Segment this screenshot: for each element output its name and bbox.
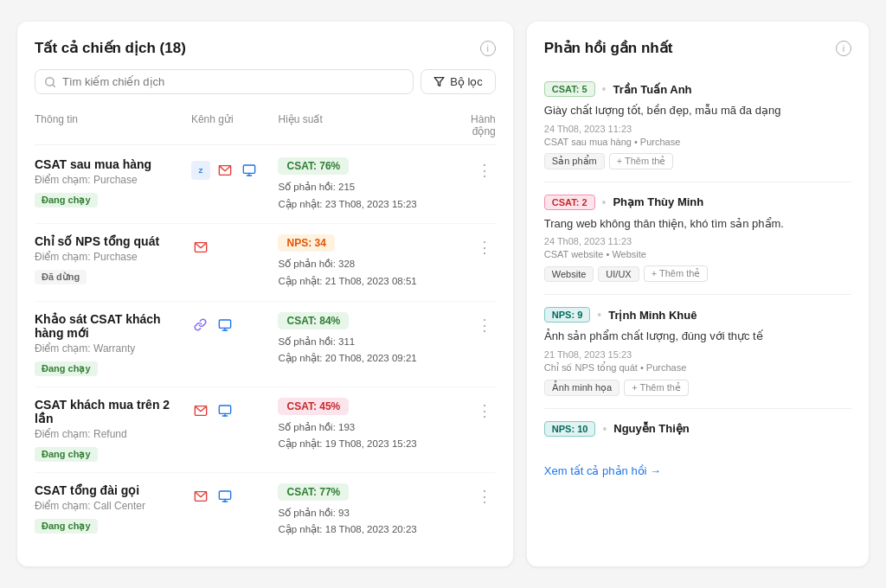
table-row: CSAT tổng đài gọi Điểm chạm: Call Center… xyxy=(35,473,496,549)
svg-rect-12 xyxy=(219,406,230,413)
sms-icon xyxy=(215,401,234,420)
campaign-touchpoint: Điểm chạm: Refund xyxy=(35,428,191,440)
action-col: ⋮ xyxy=(453,483,496,508)
search-box xyxy=(35,69,414,94)
perf-updated: Cập nhật: 18 Th08, 2023 20:23 xyxy=(278,521,452,539)
tag: UI/UX xyxy=(598,266,639,282)
channel-icons xyxy=(191,398,279,420)
score-badge: CSAT: 2 xyxy=(544,195,595,210)
tag: Sản phẩm xyxy=(544,153,605,169)
performance-col: NPS: 34 Số phản hồi: 328 Cập nhật: 21 Th… xyxy=(278,234,452,290)
score-badge: NPS: 9 xyxy=(544,307,590,323)
channel-icons xyxy=(191,483,279,506)
campaigns-panel: Tất cả chiến dịch (18) i Bộ lọc Thông ti… xyxy=(17,22,513,566)
feedback-time: 21 Th08, 2023 15:23 xyxy=(544,349,851,360)
feedback-user: Phạm Thùy Minh xyxy=(613,195,703,208)
add-tag-button[interactable]: + Thêm thẻ xyxy=(624,380,689,396)
feedback-source: CSAT sau mua hàng • Purchase xyxy=(544,137,851,147)
campaign-touchpoint: Điểm chạm: Purchase xyxy=(35,251,191,263)
perf-responses: Số phản hồi: 193 xyxy=(278,419,452,437)
more-actions-button[interactable]: ⋮ xyxy=(473,159,496,182)
channel-icons xyxy=(191,312,279,335)
feedback-header: NPS: 9 • Trịnh Minh Khuê xyxy=(544,307,851,323)
feedback-item: NPS: 9 • Trịnh Minh Khuê Ảnh sản phẩm ch… xyxy=(544,295,851,409)
perf-updated: Cập nhật: 20 Th08, 2023 09:21 xyxy=(278,350,452,368)
feedback-source: CSAT website • Website xyxy=(544,249,851,259)
campaign-info: CSAT sau mua hàng Điểm chạm: Purchase Đa… xyxy=(35,157,191,208)
svg-rect-8 xyxy=(219,320,230,328)
campaign-name: CSAT sau mua hàng xyxy=(35,157,191,171)
campaign-name: Chỉ số NPS tổng quát xyxy=(35,234,191,248)
email-icon xyxy=(191,401,210,420)
feedback-list: CSAT: 5 • Trần Tuấn Anh Giày chất lượng … xyxy=(544,69,851,454)
svg-rect-4 xyxy=(243,165,254,173)
feedback-time: 24 Th08, 2023 11:23 xyxy=(544,236,851,246)
perf-responses: Số phản hồi: 93 xyxy=(278,505,452,522)
campaign-touchpoint: Điểm chạm: Warranty xyxy=(35,342,191,355)
feedback-header: CSAT: 2 • Phạm Thùy Minh xyxy=(544,195,851,210)
perf-badge: CSAT: 76% xyxy=(278,157,349,175)
campaign-name: CSAT tổng đài gọi xyxy=(35,483,191,497)
add-tag-button[interactable]: + Thêm thẻ xyxy=(644,265,709,282)
filter-button[interactable]: Bộ lọc xyxy=(421,69,496,94)
tag-row: WebsiteUI/UX+ Thêm thẻ xyxy=(544,265,851,282)
status-badge: Đang chạy xyxy=(35,193,98,208)
table-row: CSAT sau mua hàng Điểm chạm: Purchase Đa… xyxy=(35,147,496,224)
feedback-text: Giày chất lượng tốt, bền đẹp, mẫu mã đa … xyxy=(544,102,851,119)
feedback-item-partial: NPS: 10 • Nguyễn Thiện xyxy=(544,409,851,454)
col-perf: Hiệu suất xyxy=(278,113,452,137)
filter-icon xyxy=(433,76,445,87)
feedback-item: CSAT: 5 • Trần Tuấn Anh Giày chất lượng … xyxy=(544,69,851,182)
campaign-info: Chỉ số NPS tổng quát Điểm chạm: Purchase… xyxy=(35,234,191,284)
table-row: CSAT khách mua trên 2 lần Điểm chạm: Ref… xyxy=(35,387,496,473)
feedback-header: NPS: 10 • Nguyễn Thiện xyxy=(544,421,851,437)
perf-updated: Cập nhật: 21 Th08, 2023 08:51 xyxy=(278,273,452,291)
sms-icon xyxy=(240,161,259,180)
right-panel-header: Phản hồi gần nhất i xyxy=(544,39,851,57)
feedback-text: Trang web không thân thiện, khó tìm sản … xyxy=(544,215,851,233)
score-badge: CSAT: 5 xyxy=(544,81,595,97)
feedback-header: CSAT: 5 • Trần Tuấn Anh xyxy=(544,81,851,97)
campaign-touchpoint: Điểm chạm: Purchase xyxy=(35,174,191,186)
col-channel: Kênh gửi xyxy=(191,113,279,137)
campaign-info: CSAT tổng đài gọi Điểm chạm: Call Center… xyxy=(35,483,191,534)
perf-responses: Số phản hồi: 215 xyxy=(278,179,452,196)
status-badge: Đang chạy xyxy=(35,519,98,534)
feedback-user: Trần Tuấn Anh xyxy=(613,83,691,96)
search-filter-row: Bộ lọc xyxy=(35,69,496,94)
campaign-touchpoint: Điểm chạm: Call Center xyxy=(35,500,191,512)
feedback-source: Chỉ số NPS tổng quát • Purchase xyxy=(544,362,851,374)
channel-icons: Z xyxy=(191,157,279,180)
see-all-link[interactable]: Xem tất cả phản hồi → xyxy=(544,464,661,477)
zalo-icon: Z xyxy=(191,161,210,180)
status-badge: Đang chạy xyxy=(35,361,98,376)
table-header: Thông tin Kênh gửi Hiệu suất Hành động xyxy=(35,108,496,145)
performance-col: CSAT: 77% Số phản hồi: 93 Cập nhật: 18 T… xyxy=(278,483,452,539)
tag: Ảnh minh họa xyxy=(544,380,620,396)
add-tag-button[interactable]: + Thêm thẻ xyxy=(609,153,674,169)
performance-col: CSAT: 84% Số phản hồi: 311 Cập nhật: 20 … xyxy=(278,312,452,368)
feedback-user: Trịnh Minh Khuê xyxy=(608,309,697,322)
svg-line-1 xyxy=(53,85,55,87)
email-icon xyxy=(191,238,210,257)
perf-badge: CSAT: 45% xyxy=(278,398,349,415)
perf-badge: CSAT: 84% xyxy=(278,312,349,329)
tag: Website xyxy=(544,266,594,282)
more-actions-button[interactable]: ⋮ xyxy=(473,399,496,422)
more-actions-button[interactable]: ⋮ xyxy=(473,314,496,336)
email-icon xyxy=(215,161,234,180)
table-row: Chỉ số NPS tổng quát Điểm chạm: Purchase… xyxy=(35,224,496,301)
search-input[interactable] xyxy=(62,75,404,88)
perf-responses: Số phản hồi: 311 xyxy=(278,334,452,351)
campaign-name: CSAT khách mua trên 2 lần xyxy=(35,398,191,425)
left-panel-title: Tất cả chiến dịch (18) xyxy=(35,39,186,57)
perf-updated: Cập nhật: 23 Th08, 2023 15:23 xyxy=(278,196,452,214)
status-badge: Đã dừng xyxy=(35,270,87,284)
right-info-icon[interactable]: i xyxy=(836,41,851,56)
perf-responses: Số phản hồi: 328 xyxy=(278,256,452,273)
performance-col: CSAT: 45% Số phản hồi: 193 Cập nhật: 19 … xyxy=(278,398,452,453)
left-panel-header: Tất cả chiến dịch (18) i xyxy=(35,39,496,57)
more-actions-button[interactable]: ⋮ xyxy=(473,236,496,259)
left-info-icon[interactable]: i xyxy=(480,41,496,56)
more-actions-button[interactable]: ⋮ xyxy=(473,485,496,508)
